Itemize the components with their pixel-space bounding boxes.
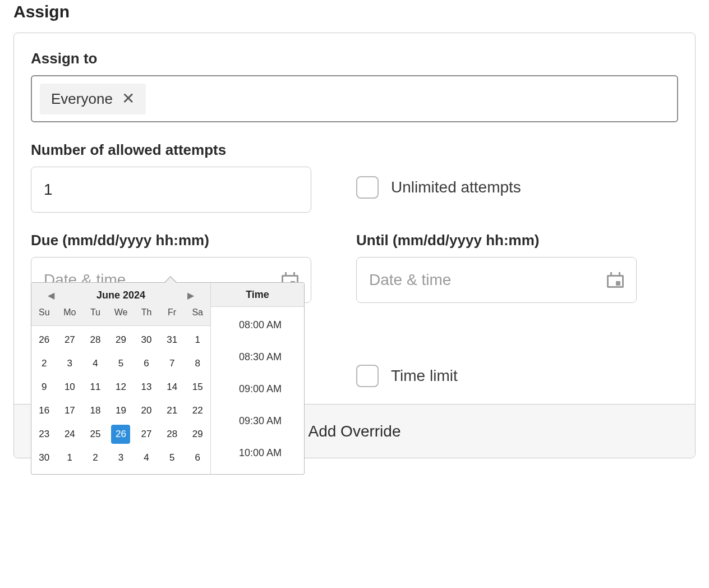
calendar-day[interactable]: 26 [108, 422, 134, 446]
calendar-day[interactable]: 3 [57, 352, 83, 375]
time-option[interactable]: 08:00 AM [211, 309, 304, 341]
next-month-button[interactable]: ▶ [186, 288, 196, 302]
calendar-day[interactable]: 18 [82, 399, 108, 422]
calendar-day[interactable]: 10 [57, 375, 83, 399]
calendar-day[interactable]: 11 [82, 375, 108, 399]
calendar-day[interactable]: 22 [185, 399, 210, 422]
time-option[interactable]: 09:30 AM [211, 405, 304, 437]
calendar-day[interactable]: 4 [82, 352, 108, 375]
calendar-day[interactable]: 1 [57, 446, 83, 470]
assign-card: Assign to Everyone ✕ Number of allowed a… [13, 33, 696, 458]
calendar-day[interactable]: 29 [108, 328, 134, 352]
calendar-dow: Fr [159, 305, 185, 320]
calendar-day[interactable]: 29 [185, 422, 210, 446]
assignee-tag[interactable]: Everyone ✕ [40, 84, 146, 114]
calendar-day[interactable]: 28 [159, 422, 185, 446]
time-limit-label: Time limit [391, 367, 458, 385]
calendar-dow: Sa [185, 305, 210, 320]
calendar-icon[interactable] [607, 272, 624, 288]
calendar-day[interactable]: 23 [31, 422, 57, 446]
calendar-day[interactable]: 2 [82, 446, 108, 470]
assignee-tag-label: Everyone [51, 90, 113, 108]
until-label: Until (mm/dd/yyyy hh:mm) [356, 232, 678, 249]
until-date-input[interactable]: Date & time [356, 257, 637, 303]
calendar-day[interactable]: 4 [133, 446, 159, 470]
calendar-dow: Th [133, 305, 159, 320]
calendar-day[interactable]: 9 [31, 375, 57, 399]
time-option[interactable]: 08:30 AM [211, 341, 304, 373]
assign-to-input[interactable]: Everyone ✕ [31, 75, 678, 122]
add-override-label: Add Override [309, 422, 401, 440]
time-limit-checkbox[interactable] [356, 365, 379, 387]
time-option[interactable]: 10:00 AM [211, 437, 304, 469]
due-label: Due (mm/dd/yyyy hh:mm) [31, 232, 334, 249]
section-title: Assign [13, 2, 696, 21]
calendar-day[interactable]: 31 [159, 328, 185, 352]
assign-to-label: Assign to [31, 50, 678, 67]
calendar-day[interactable]: 15 [185, 375, 210, 399]
calendar-dow: We [108, 305, 134, 320]
calendar-pane: ◀ June 2024 ▶ SuMoTuWeThFrSa 26272829303… [31, 283, 211, 474]
calendar-day[interactable]: 5 [159, 446, 185, 470]
calendar-day[interactable]: 30 [31, 446, 57, 470]
calendar-day[interactable]: 7 [159, 352, 185, 375]
calendar-day[interactable]: 27 [57, 328, 83, 352]
calendar-day[interactable]: 5 [108, 352, 134, 375]
calendar-day[interactable]: 30 [133, 328, 159, 352]
calendar-day[interactable]: 1 [185, 328, 210, 352]
datepicker-popover: ◀ June 2024 ▶ SuMoTuWeThFrSa 26272829303… [31, 282, 305, 475]
calendar-day[interactable]: 26 [31, 328, 57, 352]
close-icon[interactable]: ✕ [122, 91, 135, 107]
attempts-input[interactable] [31, 167, 311, 213]
calendar-day[interactable]: 14 [159, 375, 185, 399]
calendar-day[interactable]: 6 [133, 352, 159, 375]
calendar-day[interactable]: 13 [133, 375, 159, 399]
calendar-month-title: June 2024 [96, 290, 145, 301]
calendar-day[interactable]: 19 [108, 399, 134, 422]
calendar-day[interactable]: 16 [31, 399, 57, 422]
calendar-day[interactable]: 28 [82, 328, 108, 352]
calendar-day[interactable]: 20 [133, 399, 159, 422]
calendar-day[interactable]: 6 [185, 446, 210, 470]
calendar-day[interactable]: 24 [57, 422, 83, 446]
calendar-day[interactable]: 17 [57, 399, 83, 422]
calendar-dow: Mo [57, 305, 83, 320]
unlimited-attempts-label: Unlimited attempts [391, 178, 521, 196]
attempts-label: Number of allowed attempts [31, 141, 334, 159]
calendar-day[interactable]: 2 [31, 352, 57, 375]
prev-month-button[interactable]: ◀ [46, 288, 56, 302]
time-option[interactable]: 09:00 AM [211, 373, 304, 405]
until-date-placeholder: Date & time [369, 271, 451, 289]
calendar-dow: Tu [82, 305, 108, 320]
calendar-day[interactable]: 12 [108, 375, 134, 399]
calendar-day[interactable]: 25 [82, 422, 108, 446]
calendar-day[interactable]: 21 [159, 399, 185, 422]
calendar-day[interactable]: 3 [108, 446, 134, 470]
time-header: Time [211, 283, 304, 307]
calendar-day[interactable]: 8 [185, 352, 210, 375]
calendar-day[interactable]: 27 [133, 422, 159, 446]
calendar-dow: Su [31, 305, 57, 320]
unlimited-attempts-checkbox[interactable] [356, 176, 379, 199]
